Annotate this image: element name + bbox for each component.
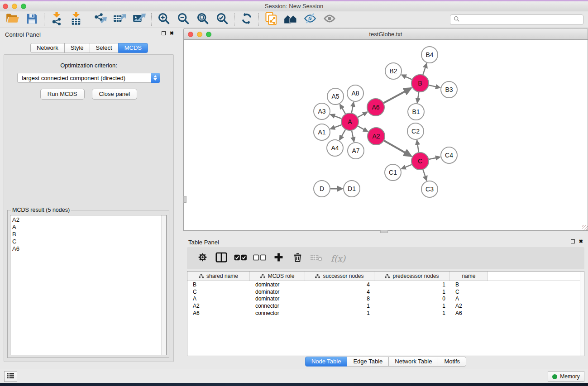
graph-node-C[interactable]: C (411, 152, 429, 170)
graph-node-A6[interactable]: A6 (367, 99, 384, 116)
graph-node-C4[interactable]: C4 (441, 147, 457, 163)
graph-edge-B-B1[interactable] (417, 92, 419, 103)
network-graph[interactable]: B4B2BB3A8A5A6A3B1AC2A1A2A4A7C4CC1C3DD1 (184, 40, 588, 230)
graph-node-A4[interactable]: A4 (327, 140, 343, 156)
column-header-name[interactable]: name (450, 272, 488, 281)
graph-node-A8[interactable]: A8 (347, 85, 363, 101)
graph-node-C1[interactable]: C1 (385, 164, 401, 181)
graph-edge-A-A8[interactable] (352, 102, 354, 113)
float-table-panel-icon[interactable] (571, 239, 575, 243)
birdseye-view-button[interactable] (320, 12, 339, 27)
graph-edge-B-B3[interactable] (429, 85, 440, 87)
column-header-shared-name[interactable]: shared name (187, 272, 250, 281)
graph-node-A7[interactable]: A7 (348, 143, 364, 159)
graph-node-A2[interactable]: A2 (368, 128, 385, 145)
import-network-button[interactable] (47, 12, 66, 27)
network-canvas[interactable]: B4B2BB3A8A5A6A3B1AC2A1A2A4A7C4CC1C3DD1 (183, 40, 588, 231)
deselect-all-button[interactable] (253, 252, 266, 265)
result-list-item[interactable]: C (10, 238, 166, 245)
table-row[interactable]: A6connector11A6 (187, 310, 584, 317)
graph-node-B1[interactable]: B1 (408, 104, 424, 120)
column-header-successor-nodes[interactable]: successor nodes (305, 272, 374, 281)
export-table-button[interactable] (110, 12, 129, 27)
graph-node-A1[interactable]: A1 (314, 124, 330, 140)
tab-select[interactable]: Select (90, 43, 119, 53)
add-row-button[interactable] (272, 252, 285, 265)
zoom-out-button[interactable] (173, 12, 193, 27)
graph-edge-A-A6[interactable] (358, 112, 367, 118)
graph-node-B4[interactable]: B4 (421, 47, 438, 63)
tab-motifs[interactable]: Motifs (438, 357, 466, 367)
save-session-button[interactable] (22, 12, 42, 27)
graph-edge-A-A4[interactable] (339, 129, 345, 140)
graph-edge-A-A3[interactable] (330, 114, 341, 119)
result-list-item[interactable]: A6 (10, 245, 166, 253)
graph-node-B2[interactable]: B2 (385, 63, 402, 79)
node-table[interactable]: shared nameMCDS rolesuccessor nodesprede… (187, 271, 584, 356)
graph-edge-A-A7[interactable] (352, 131, 354, 142)
graph-edge-A-A2[interactable] (358, 126, 368, 132)
graph-node-B3[interactable]: B3 (441, 81, 457, 98)
import-table-button[interactable] (66, 12, 86, 27)
network-window-titlebar[interactable]: testGlobe.txt (183, 28, 588, 40)
graph-edge-B-B4[interactable] (423, 63, 426, 75)
run-mcds-button[interactable]: Run MCDS (40, 89, 85, 100)
settings-gear-button[interactable] (196, 252, 209, 265)
zoom-in-button[interactable] (154, 12, 173, 27)
refresh-button[interactable] (237, 12, 256, 27)
result-scrollbar[interactable] (161, 215, 166, 355)
graph-edge-A6-B[interactable] (384, 88, 411, 103)
column-header-predecessor-nodes[interactable]: predecessor nodes (374, 272, 450, 281)
resize-grip-icon[interactable] (582, 225, 588, 230)
graph-edge-C-C1[interactable] (402, 165, 412, 169)
table-scrollbar[interactable] (580, 272, 584, 356)
zoom-selected-button[interactable] (212, 12, 232, 27)
delete-row-button[interactable] (291, 252, 304, 265)
table-row[interactable]: Adominator80A (187, 295, 584, 303)
export-network-button[interactable] (91, 12, 110, 27)
graph-node-B[interactable]: B (411, 75, 429, 92)
result-list-item[interactable]: A2 (10, 216, 166, 224)
zoom-fit-button[interactable] (193, 12, 212, 27)
optimization-criterion-select[interactable]: largest connected component (directed) (17, 73, 160, 83)
left-splitter-grip[interactable] (183, 196, 186, 203)
float-panel-icon[interactable] (162, 31, 166, 35)
graph-edge-C-C2[interactable] (417, 140, 419, 152)
result-list-item[interactable]: A (10, 224, 166, 231)
tab-mcds[interactable]: MCDS (118, 43, 148, 53)
bottom-splitter-grip[interactable] (380, 230, 388, 233)
duplicate-network-button[interactable] (261, 12, 281, 27)
mcds-result-list[interactable]: A2ABCA6 (10, 215, 167, 355)
tab-node-table[interactable]: Node Table (305, 357, 348, 367)
graphics-details-button[interactable] (300, 12, 320, 27)
hide-panels-button[interactable] (281, 12, 300, 27)
column-header-MCDS-role[interactable]: MCDS role (250, 272, 305, 281)
tab-edge-table[interactable]: Edge Table (347, 357, 389, 367)
tab-network-table[interactable]: Network Table (388, 357, 438, 367)
graph-edge-A-A1[interactable] (330, 125, 341, 129)
table-row[interactable]: Bdominator41B (187, 281, 584, 288)
graph-edge-A2-C[interactable] (384, 141, 411, 156)
export-image-button[interactable] (129, 12, 149, 27)
open-session-button[interactable] (3, 12, 22, 27)
search-input[interactable] (462, 17, 583, 23)
close-panel-button[interactable]: Close panel (92, 89, 138, 100)
table-row[interactable]: Cdominator41C (187, 288, 584, 295)
graph-node-C2[interactable]: C2 (407, 123, 424, 139)
graph-edge-C-C3[interactable] (423, 170, 426, 181)
tab-network[interactable]: Network (30, 43, 65, 53)
table-row[interactable]: A2connector11A2 (187, 302, 584, 310)
graph-node-A5[interactable]: A5 (327, 88, 344, 105)
close-table-panel-icon[interactable]: ✖ (579, 239, 583, 243)
graph-node-A3[interactable]: A3 (314, 103, 330, 119)
task-history-button[interactable] (4, 371, 17, 382)
graph-node-D1[interactable]: D1 (344, 181, 360, 197)
graph-node-A[interactable]: A (341, 113, 359, 130)
graph-node-D[interactable]: D (314, 181, 330, 197)
graph-node-C3[interactable]: C3 (421, 181, 438, 197)
select-all-button[interactable] (234, 252, 247, 265)
graph-edge-A-A5[interactable] (340, 105, 345, 114)
close-panel-icon[interactable]: ✖ (170, 31, 174, 35)
tab-style[interactable]: Style (64, 43, 90, 53)
column-mode-button[interactable] (215, 252, 228, 265)
